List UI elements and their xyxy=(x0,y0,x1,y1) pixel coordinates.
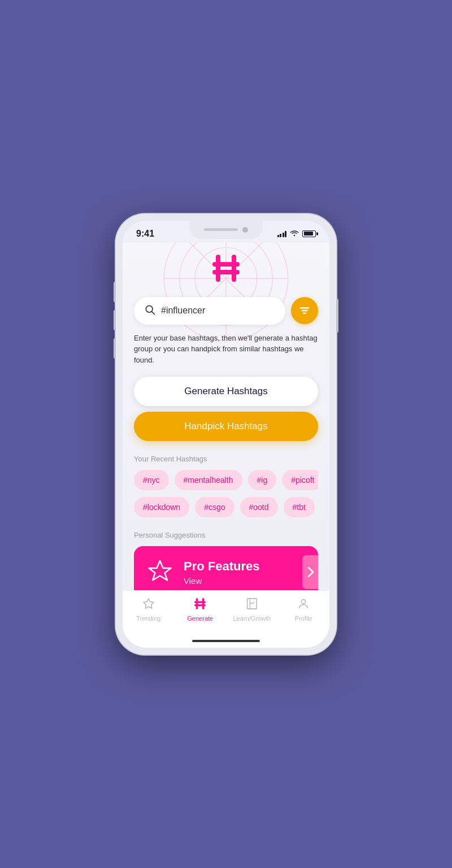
personal-suggestions-label: Personal Suggestions xyxy=(134,531,318,539)
nav-learn[interactable]: Learn/Growth xyxy=(226,595,278,624)
svg-rect-19 xyxy=(194,604,206,606)
chip-mentalhealth[interactable]: #mentalhealth xyxy=(175,470,242,490)
svg-rect-16 xyxy=(196,597,198,609)
nav-profile[interactable]: Profile xyxy=(278,595,330,624)
svg-point-20 xyxy=(302,599,306,603)
chip-tbt[interactable]: #tbt xyxy=(284,497,315,517)
home-indicator xyxy=(123,638,329,648)
filter-button[interactable] xyxy=(291,297,318,324)
generate-button[interactable]: Generate Hashtags xyxy=(134,377,318,406)
search-icon xyxy=(144,304,155,318)
handpick-button[interactable]: Handpick Hashtags xyxy=(134,412,318,441)
wifi-icon xyxy=(290,229,299,238)
trending-icon xyxy=(142,597,155,613)
profile-label: Profile xyxy=(295,615,312,622)
notch-bar xyxy=(204,228,238,231)
search-input-value: #influencer xyxy=(161,306,205,316)
svg-rect-10 xyxy=(212,270,240,274)
svg-rect-9 xyxy=(212,262,240,267)
learn-label: Learn/Growth xyxy=(233,615,271,622)
learn-icon xyxy=(246,597,258,613)
svg-line-12 xyxy=(152,311,155,314)
notch xyxy=(189,221,263,239)
recent-hashtags-label: Your Recent Hashtags xyxy=(134,455,318,463)
main-content[interactable]: #influencer Enter your base hashtags, th… xyxy=(123,242,329,590)
status-time: 9:41 xyxy=(136,229,154,239)
generate-icon xyxy=(194,597,206,613)
svg-rect-18 xyxy=(194,601,206,603)
phone-frame: 9:41 xyxy=(116,214,336,655)
search-bar[interactable]: #influencer xyxy=(134,297,285,325)
generate-nav-label: Generate xyxy=(187,615,213,622)
phone-screen: 9:41 xyxy=(123,221,329,648)
nav-trending[interactable]: Trending xyxy=(123,595,175,624)
svg-rect-7 xyxy=(216,255,220,282)
chip-ig[interactable]: #ig xyxy=(248,470,277,490)
chip-nyc[interactable]: #nyc xyxy=(134,470,169,490)
recent-chips-row2: #lockdown #csgo #ootd #tbt xyxy=(134,497,318,517)
search-row: #influencer xyxy=(134,297,318,325)
signal-icon xyxy=(277,230,287,237)
profile-icon xyxy=(297,597,310,613)
chip-csgo[interactable]: #csgo xyxy=(195,497,234,517)
home-bar xyxy=(192,640,260,642)
pro-star-icon xyxy=(145,557,175,587)
chip-picoft[interactable]: #picoft xyxy=(282,470,318,490)
status-icons xyxy=(277,229,316,238)
battery-icon xyxy=(302,230,316,237)
pro-features-text: Pro Features View xyxy=(184,559,307,586)
pro-title: Pro Features xyxy=(184,559,307,574)
svg-rect-8 xyxy=(232,255,236,282)
recent-chips-row1: #nyc #mentalhealth #ig #picoft xyxy=(134,470,318,490)
bottom-nav: Trending Generate xyxy=(123,590,329,638)
svg-rect-17 xyxy=(202,597,205,609)
pro-arrow-icon xyxy=(302,555,318,589)
pro-features-card[interactable]: Pro Features View xyxy=(134,546,318,590)
notch-camera xyxy=(242,227,248,233)
chip-lockdown[interactable]: #lockdown xyxy=(134,497,189,517)
app-logo xyxy=(134,242,318,297)
trending-label: Trending xyxy=(136,615,160,622)
nav-generate[interactable]: Generate xyxy=(175,595,227,624)
pro-subtitle: View xyxy=(184,576,307,586)
chip-ootd[interactable]: #ootd xyxy=(240,497,278,517)
description-text: Enter your base hashtags, then we'll gen… xyxy=(134,333,318,366)
